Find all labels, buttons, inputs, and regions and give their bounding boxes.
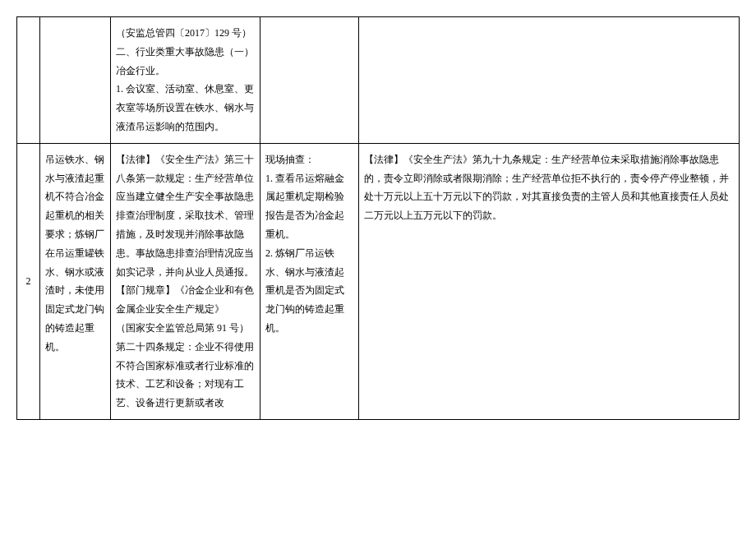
table-row: 2 吊运铁水、钢水与液渣起重机不符合冶金起重机的相关要求；炼钢厂在吊运重罐铁水、… [17, 143, 740, 419]
row-basis-cell: 【法律】《安全生产法》第三十八条第一款规定：生产经营单位应当建立健全生产安全事故… [111, 143, 260, 419]
row-title-cell [40, 17, 111, 144]
row-check-cell [260, 17, 359, 144]
row-number-cell: 2 [17, 143, 40, 419]
row-law-cell: 【法律】《安全生产法》第九十九条规定：生产经营单位未采取措施消除事故隐患的，责令… [359, 143, 740, 419]
row-number-cell [17, 17, 40, 144]
row-title-cell: 吊运铁水、钢水与液渣起重机不符合冶金起重机的相关要求；炼钢厂在吊运重罐铁水、钢水… [40, 143, 111, 419]
row-check-cell: 现场抽查： 1. 查看吊运熔融金属起重机定期检验报告是否为冶金起重机。 2. 炼… [260, 143, 359, 419]
row-basis-cell: （安监总管四〔2017〕129 号） 二、行业类重大事故隐患（一）冶金行业。 1… [111, 17, 260, 144]
regulation-table: （安监总管四〔2017〕129 号） 二、行业类重大事故隐患（一）冶金行业。 1… [16, 16, 740, 420]
table-row: （安监总管四〔2017〕129 号） 二、行业类重大事故隐患（一）冶金行业。 1… [17, 17, 740, 144]
row-law-cell [359, 17, 740, 144]
